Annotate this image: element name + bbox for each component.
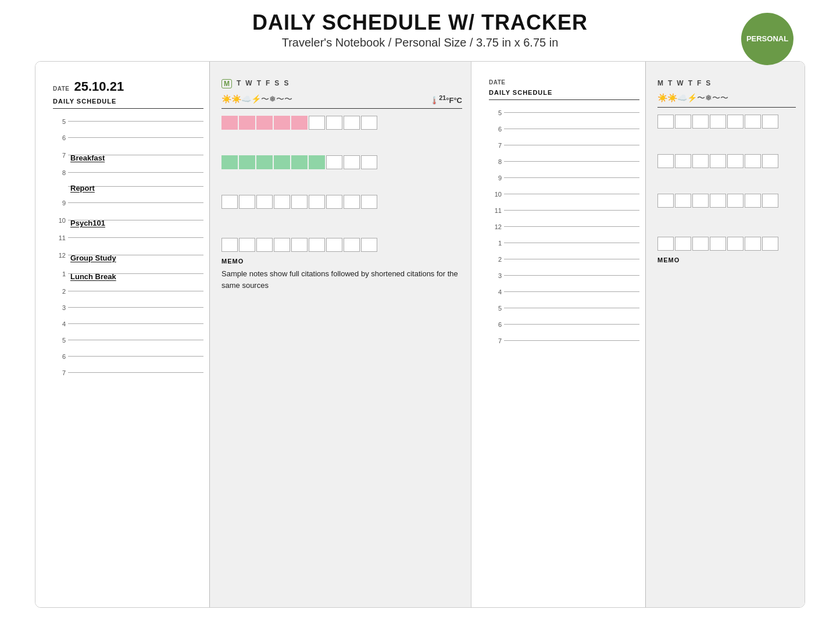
time-slot-12: 12 Group Study: [53, 246, 203, 265]
time-slots-left: 5 6 7 Breakfast 8: [53, 113, 203, 381]
time-slot-4: 4: [53, 316, 203, 332]
r-time-slot-3: 3: [489, 268, 639, 284]
r-time-slot-5: 5: [489, 105, 639, 121]
memo-label-left: MEMO: [221, 258, 462, 265]
r-tracker-spacer-3: [657, 194, 796, 208]
r-time-slot-12: 12: [489, 219, 639, 235]
days-row-right: M T W T F S: [657, 79, 710, 87]
schedule-col-left: DATE 25.10.21 DAILY SCHEDULE 5 6 7: [35, 62, 210, 607]
r-tracker-row-1: [657, 115, 796, 129]
r-tracker-row-3: [657, 194, 796, 208]
memo-section-right: MEMO: [657, 257, 796, 263]
r-tracker-row-4: [657, 237, 796, 251]
r-time-slot-2: 2: [489, 251, 639, 268]
weather-icons-right: ☀️☀️☁️⚡〜❅〜〜: [657, 93, 728, 104]
tracker-spacer-4: [221, 238, 462, 252]
tracker-row-1: [221, 116, 462, 130]
tracker-spacer-1: [221, 116, 462, 130]
tracker-row-4: [221, 238, 462, 252]
r-time-slot-8: 8: [489, 154, 639, 170]
date-label-left: DATE: [53, 86, 69, 92]
date-value-left: 25.10.21: [74, 79, 124, 94]
r-tracker-row-2: [657, 154, 796, 168]
r-time-slot-6: 6: [489, 121, 639, 137]
time-slot-11: 11: [53, 230, 203, 246]
r-time-slot-4: 4: [489, 284, 639, 300]
time-slot-5: 5: [53, 113, 203, 130]
time-slot-5b: 5: [53, 332, 203, 348]
left-page: DATE 25.10.21 DAILY SCHEDULE 5 6 7: [35, 62, 471, 607]
date-label-right: DATE: [489, 79, 505, 86]
time-slot-7: 7 Breakfast: [53, 146, 203, 165]
time-slot-9: 9: [53, 195, 203, 211]
notebook-area: DATE 25.10.21 DAILY SCHEDULE 5 6 7: [35, 61, 805, 608]
main-title: DAILY SCHEDULE W/ TRACKER: [0, 10, 840, 35]
time-slot-1: 1 Lunch Break: [53, 265, 203, 283]
r-time-slot-9: 9: [489, 170, 639, 186]
memo-text-left: Sample notes show full citations followe…: [221, 268, 462, 291]
time-slot-6b: 6: [53, 348, 203, 365]
personal-badge: PERSONAL: [741, 13, 793, 65]
r-tracker-spacer-1: [657, 115, 796, 129]
time-slot-report: Report: [53, 179, 203, 195]
schedule-col-right: DATE DAILY SCHEDULE 5 6 7: [471, 62, 646, 607]
right-page: DATE DAILY SCHEDULE 5 6 7: [471, 62, 805, 607]
time-slot-2: 2: [53, 283, 203, 300]
daily-schedule-label-right: DAILY SCHEDULE: [489, 89, 639, 96]
r-tracker-spacer-4: [657, 237, 796, 251]
memo-section-left: MEMO Sample notes show full citations fo…: [221, 258, 462, 291]
daily-schedule-label-left: DAILY SCHEDULE: [53, 98, 203, 105]
time-slot-3: 3: [53, 300, 203, 316]
r-time-slot-5b: 5: [489, 300, 639, 316]
weather-icons-left: ☀️☀️☁️⚡〜❅〜〜: [221, 94, 292, 105]
r-time-slot-7b: 7: [489, 333, 639, 349]
time-slot-7b: 7: [53, 365, 203, 381]
r-time-slot-6b: 6: [489, 316, 639, 333]
tracker-row-3: [221, 195, 462, 209]
temp-left: 🌡️21°F°C: [430, 94, 462, 105]
days-row-left: M T W T F S S: [221, 79, 288, 88]
time-slot-10: 10 Psych101: [53, 211, 203, 230]
tracker-col-right: M T W T F S ☀️☀️☁️⚡〜❅〜〜: [646, 62, 805, 607]
r-time-slot-10: 10: [489, 186, 639, 202]
memo-label-right: MEMO: [657, 257, 796, 263]
page-header: DAILY SCHEDULE W/ TRACKER Traveler's Not…: [0, 0, 840, 55]
subtitle: Traveler's Notebook / Personal Size / 3.…: [0, 36, 840, 49]
tracker-row-2: [221, 155, 462, 169]
tracker-spacer-2: [221, 155, 462, 169]
tracker-spacer-3: [221, 195, 462, 209]
r-time-slot-7: 7: [489, 137, 639, 154]
r-time-slot-11: 11: [489, 202, 639, 219]
r-time-slot-1: 1: [489, 235, 639, 251]
time-slot-6: 6: [53, 130, 203, 146]
r-tracker-spacer-2: [657, 154, 796, 168]
tracker-col-left: M T W T F S S ☀️☀️☁️⚡〜❅〜〜 🌡️21°F°C: [210, 62, 471, 607]
time-slots-right: 5 6 7 8 9: [489, 105, 639, 349]
